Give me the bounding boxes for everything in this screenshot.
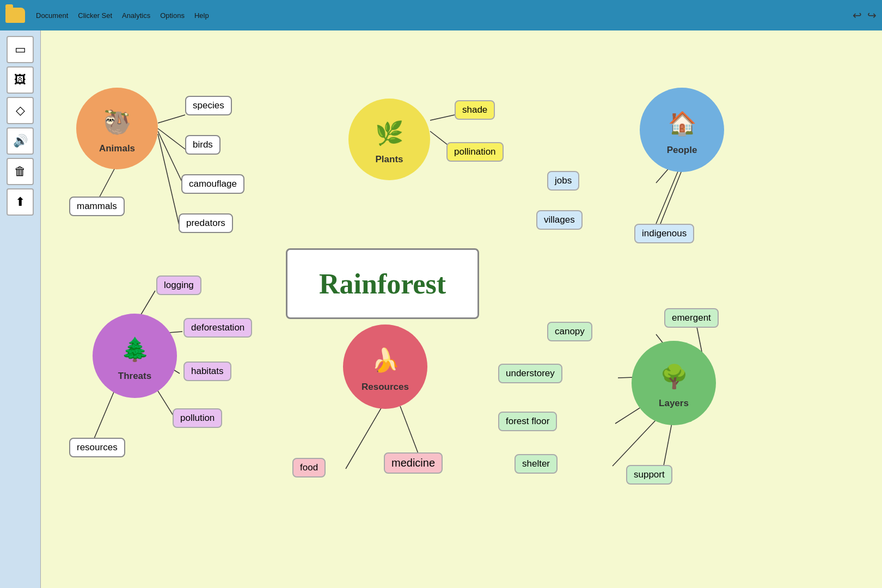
trash-tool[interactable]: 🗑	[7, 158, 34, 185]
svg-line-5	[430, 115, 455, 120]
image-tool[interactable]: 🖼	[7, 66, 34, 94]
node-people[interactable]: 🏠 People	[640, 88, 724, 172]
node-layers[interactable]: 🌳 Layers	[632, 341, 716, 425]
menu-bar: Document Clicker Set Analytics Options H…	[36, 11, 209, 20]
layers-label: Layers	[659, 398, 689, 409]
resources-label: Resources	[362, 382, 409, 393]
subtopic-mammals[interactable]: mammals	[69, 197, 125, 216]
svg-line-1	[158, 128, 185, 149]
subtopic-forest-floor[interactable]: forest floor	[498, 412, 557, 431]
menu-options[interactable]: Options	[160, 11, 185, 20]
node-animals[interactable]: 🦥 Animals	[76, 88, 158, 169]
layers-icon: 🌳	[652, 358, 696, 396]
diamond-tool[interactable]: ◇	[7, 97, 34, 124]
subtopic-shade[interactable]: shade	[455, 100, 495, 120]
plants-label: Plants	[375, 154, 403, 165]
subtopic-predators[interactable]: predators	[179, 213, 233, 233]
subtopic-medicine[interactable]: medicine	[384, 452, 443, 474]
threats-label: Threats	[118, 371, 151, 382]
svg-line-0	[158, 115, 185, 123]
subtopic-villages[interactable]: villages	[536, 210, 583, 230]
menu-document[interactable]: Document	[36, 11, 68, 20]
threats-icon: 🌲	[113, 330, 157, 369]
subtopic-logging[interactable]: logging	[156, 275, 201, 295]
subtopic-canopy[interactable]: canopy	[547, 322, 592, 341]
subtopic-pollination[interactable]: pollination	[446, 142, 504, 162]
main-area: ▭ 🖼 ◇ 🔊 🗑 ⬆	[0, 30, 882, 588]
subtopic-resources[interactable]: resources	[69, 438, 125, 457]
subtopic-emergent[interactable]: emergent	[664, 308, 719, 328]
svg-line-3	[158, 134, 180, 228]
rainforest-title: Rainforest	[319, 268, 446, 300]
canvas-area: 🦥 Animals species birds camouflage preda…	[41, 30, 882, 588]
speaker-tool[interactable]: 🔊	[7, 127, 34, 155]
subtopic-jobs[interactable]: jobs	[547, 171, 579, 191]
people-icon: 🏠	[660, 105, 704, 143]
subtopic-birds[interactable]: birds	[185, 135, 220, 155]
undo-button[interactable]: ↩	[853, 9, 862, 22]
title-bar: Document Clicker Set Analytics Options H…	[0, 0, 882, 30]
subtopic-support[interactable]: support	[626, 465, 672, 485]
subtopic-food[interactable]: food	[292, 458, 326, 477]
plants-icon: 🌿	[367, 114, 411, 152]
menu-clickerset[interactable]: Clicker Set	[78, 11, 112, 20]
subtopic-habitats[interactable]: habitats	[183, 362, 231, 381]
left-toolbar: ▭ 🖼 ◇ 🔊 🗑 ⬆	[0, 30, 41, 588]
resources-icon: 🍌	[364, 341, 407, 379]
undo-redo-group: ↩ ↪	[853, 9, 877, 22]
node-resources[interactable]: 🍌 Resources	[343, 324, 427, 409]
menu-help[interactable]: Help	[194, 11, 209, 20]
menu-analytics[interactable]: Analytics	[122, 11, 150, 20]
subtopic-deforestation[interactable]: deforestation	[183, 318, 252, 338]
redo-button[interactable]: ↪	[867, 9, 877, 22]
animals-label: Animals	[99, 143, 135, 154]
node-threats[interactable]: 🌲 Threats	[93, 314, 177, 398]
subtopic-species[interactable]: species	[185, 96, 232, 115]
rainforest-box: Rainforest	[286, 248, 479, 319]
animals-icon: 🦥	[95, 103, 139, 141]
people-label: People	[667, 145, 697, 156]
subtopic-pollution[interactable]: pollution	[173, 408, 222, 428]
subtopic-indigenous[interactable]: indigenous	[634, 224, 694, 243]
subtopic-understorey[interactable]: understorey	[498, 364, 562, 383]
rectangle-tool[interactable]: ▭	[7, 36, 34, 63]
folder-icon[interactable]	[5, 8, 25, 23]
subtopic-shelter[interactable]: shelter	[514, 454, 558, 474]
svg-line-15	[346, 401, 385, 469]
subtopic-camouflage[interactable]: camouflage	[181, 174, 244, 194]
share-tool[interactable]: ⬆	[7, 188, 34, 216]
node-plants[interactable]: 🌿 Plants	[348, 99, 430, 180]
